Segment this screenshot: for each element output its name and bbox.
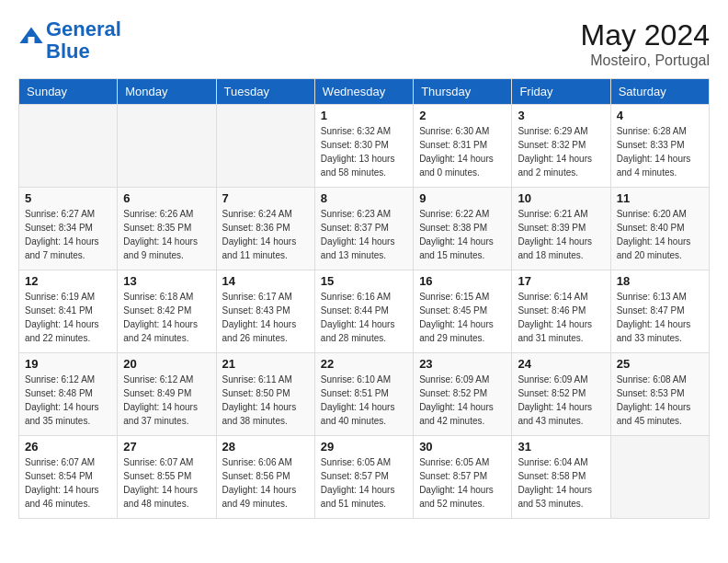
day-info: Sunrise: 6:06 AM Sunset: 8:56 PM Dayligh… — [222, 455, 309, 511]
day-info: Sunrise: 6:09 AM Sunset: 8:52 PM Dayligh… — [419, 373, 506, 428]
calendar-cell: 8Sunrise: 6:23 AM Sunset: 8:37 PM Daylig… — [314, 188, 413, 270]
day-number: 11 — [617, 191, 703, 205]
calendar-cell: 26Sunrise: 6:07 AM Sunset: 8:54 PM Dayli… — [19, 436, 118, 519]
calendar-cell: 24Sunrise: 6:09 AM Sunset: 8:52 PM Dayli… — [512, 353, 610, 436]
calendar-cell: 4Sunrise: 6:28 AM Sunset: 8:33 PM Daylig… — [610, 105, 709, 188]
location-title: Mosteiro, Portugal — [580, 52, 710, 69]
day-number: 14 — [222, 274, 309, 288]
calendar-cell: 7Sunrise: 6:24 AM Sunset: 8:36 PM Daylig… — [216, 188, 314, 270]
day-header-tuesday: Tuesday — [216, 79, 314, 105]
day-info: Sunrise: 6:13 AM Sunset: 8:47 PM Dayligh… — [617, 290, 703, 345]
day-number: 6 — [123, 191, 210, 205]
calendar-cell: 1Sunrise: 6:32 AM Sunset: 8:30 PM Daylig… — [314, 105, 413, 188]
day-number: 30 — [419, 440, 506, 454]
day-number: 3 — [518, 109, 604, 122]
day-info: Sunrise: 6:04 AM Sunset: 8:58 PM Dayligh… — [518, 455, 604, 511]
calendar-cell: 10Sunrise: 6:21 AM Sunset: 8:39 PM Dayli… — [512, 188, 610, 270]
day-info: Sunrise: 6:05 AM Sunset: 8:57 PM Dayligh… — [321, 455, 407, 511]
calendar-cell — [19, 105, 118, 188]
day-header-sunday: Sunday — [19, 79, 118, 105]
day-number: 18 — [617, 274, 703, 288]
day-number: 17 — [518, 274, 604, 288]
day-number: 27 — [123, 440, 210, 454]
day-info: Sunrise: 6:09 AM Sunset: 8:52 PM Dayligh… — [518, 373, 604, 428]
calendar-cell: 22Sunrise: 6:10 AM Sunset: 8:51 PM Dayli… — [314, 353, 413, 436]
calendar-cell: 16Sunrise: 6:15 AM Sunset: 8:45 PM Dayli… — [414, 270, 512, 353]
day-number: 4 — [617, 109, 703, 122]
day-info: Sunrise: 6:28 AM Sunset: 8:33 PM Dayligh… — [617, 124, 703, 179]
calendar-cell: 29Sunrise: 6:05 AM Sunset: 8:57 PM Dayli… — [314, 436, 413, 519]
calendar-cell: 27Sunrise: 6:07 AM Sunset: 8:55 PM Dayli… — [118, 436, 216, 519]
day-header-monday: Monday — [118, 79, 216, 105]
day-info: Sunrise: 6:12 AM Sunset: 8:49 PM Dayligh… — [123, 373, 210, 428]
day-number: 20 — [123, 357, 210, 371]
day-number: 8 — [321, 191, 407, 205]
day-info: Sunrise: 6:18 AM Sunset: 8:42 PM Dayligh… — [123, 290, 210, 345]
calendar-cell: 21Sunrise: 6:11 AM Sunset: 8:50 PM Dayli… — [216, 353, 314, 436]
day-number: 19 — [25, 357, 111, 371]
day-number: 28 — [222, 440, 309, 454]
day-number: 16 — [419, 274, 506, 288]
calendar-cell: 12Sunrise: 6:19 AM Sunset: 8:41 PM Dayli… — [19, 270, 118, 353]
day-number: 15 — [321, 274, 407, 288]
calendar-cell: 19Sunrise: 6:12 AM Sunset: 8:48 PM Dayli… — [19, 353, 118, 436]
day-number: 5 — [25, 191, 111, 205]
day-number: 2 — [419, 109, 506, 122]
day-number: 24 — [518, 357, 604, 371]
day-info: Sunrise: 6:07 AM Sunset: 8:54 PM Dayligh… — [25, 455, 111, 511]
calendar-cell: 2Sunrise: 6:30 AM Sunset: 8:31 PM Daylig… — [414, 105, 512, 188]
day-number: 26 — [25, 440, 111, 454]
day-info: Sunrise: 6:19 AM Sunset: 8:41 PM Dayligh… — [25, 290, 111, 345]
day-info: Sunrise: 6:05 AM Sunset: 8:57 PM Dayligh… — [419, 455, 506, 511]
day-info: Sunrise: 6:29 AM Sunset: 8:32 PM Dayligh… — [518, 124, 604, 179]
day-number: 23 — [419, 357, 506, 371]
day-number: 10 — [518, 191, 604, 205]
logo: General Blue — [18, 18, 121, 63]
calendar-table: SundayMondayTuesdayWednesdayThursdayFrid… — [18, 78, 710, 519]
day-info: Sunrise: 6:32 AM Sunset: 8:30 PM Dayligh… — [321, 124, 407, 179]
calendar-cell: 17Sunrise: 6:14 AM Sunset: 8:46 PM Dayli… — [512, 270, 610, 353]
calendar-cell: 25Sunrise: 6:08 AM Sunset: 8:53 PM Dayli… — [610, 353, 709, 436]
day-number: 7 — [222, 191, 309, 205]
calendar-cell: 28Sunrise: 6:06 AM Sunset: 8:56 PM Dayli… — [216, 436, 314, 519]
day-info: Sunrise: 6:26 AM Sunset: 8:35 PM Dayligh… — [123, 207, 210, 262]
day-info: Sunrise: 6:21 AM Sunset: 8:39 PM Dayligh… — [518, 207, 604, 262]
day-number: 9 — [419, 191, 506, 205]
day-info: Sunrise: 6:07 AM Sunset: 8:55 PM Dayligh… — [123, 455, 210, 511]
day-info: Sunrise: 6:16 AM Sunset: 8:44 PM Dayligh… — [321, 290, 407, 345]
svg-rect-1 — [28, 37, 35, 46]
month-title: May 2024 — [580, 18, 710, 52]
day-info: Sunrise: 6:11 AM Sunset: 8:50 PM Dayligh… — [222, 373, 309, 428]
day-info: Sunrise: 6:27 AM Sunset: 8:34 PM Dayligh… — [25, 207, 111, 262]
day-number: 13 — [123, 274, 210, 288]
calendar-cell: 31Sunrise: 6:04 AM Sunset: 8:58 PM Dayli… — [512, 436, 610, 519]
day-info: Sunrise: 6:23 AM Sunset: 8:37 PM Dayligh… — [321, 207, 407, 262]
calendar-cell: 5Sunrise: 6:27 AM Sunset: 8:34 PM Daylig… — [19, 188, 118, 270]
title-block: May 2024 Mosteiro, Portugal — [580, 18, 710, 69]
calendar-cell: 6Sunrise: 6:26 AM Sunset: 8:35 PM Daylig… — [118, 188, 216, 270]
calendar-cell: 20Sunrise: 6:12 AM Sunset: 8:49 PM Dayli… — [118, 353, 216, 436]
day-info: Sunrise: 6:12 AM Sunset: 8:48 PM Dayligh… — [25, 373, 111, 428]
day-info: Sunrise: 6:14 AM Sunset: 8:46 PM Dayligh… — [518, 290, 604, 345]
calendar-cell: 13Sunrise: 6:18 AM Sunset: 8:42 PM Dayli… — [118, 270, 216, 353]
day-header-saturday: Saturday — [610, 79, 709, 105]
day-info: Sunrise: 6:30 AM Sunset: 8:31 PM Dayligh… — [419, 124, 506, 179]
calendar-cell: 11Sunrise: 6:20 AM Sunset: 8:40 PM Dayli… — [610, 188, 709, 270]
calendar-cell: 14Sunrise: 6:17 AM Sunset: 8:43 PM Dayli… — [216, 270, 314, 353]
day-header-friday: Friday — [512, 79, 610, 105]
calendar-cell: 23Sunrise: 6:09 AM Sunset: 8:52 PM Dayli… — [414, 353, 512, 436]
day-info: Sunrise: 6:08 AM Sunset: 8:53 PM Dayligh… — [617, 373, 703, 428]
day-number: 1 — [321, 109, 407, 122]
calendar-cell: 30Sunrise: 6:05 AM Sunset: 8:57 PM Dayli… — [414, 436, 512, 519]
day-info: Sunrise: 6:24 AM Sunset: 8:36 PM Dayligh… — [222, 207, 309, 262]
day-number: 25 — [617, 357, 703, 371]
day-number: 22 — [321, 357, 407, 371]
day-info: Sunrise: 6:17 AM Sunset: 8:43 PM Dayligh… — [222, 290, 309, 345]
day-number: 29 — [321, 440, 407, 454]
calendar-cell: 15Sunrise: 6:16 AM Sunset: 8:44 PM Dayli… — [314, 270, 413, 353]
day-info: Sunrise: 6:15 AM Sunset: 8:45 PM Dayligh… — [419, 290, 506, 345]
day-header-wednesday: Wednesday — [314, 79, 413, 105]
day-info: Sunrise: 6:10 AM Sunset: 8:51 PM Dayligh… — [321, 373, 407, 428]
page-header: General Blue May 2024 Mosteiro, Portugal — [18, 18, 710, 69]
logo-icon — [18, 24, 44, 50]
